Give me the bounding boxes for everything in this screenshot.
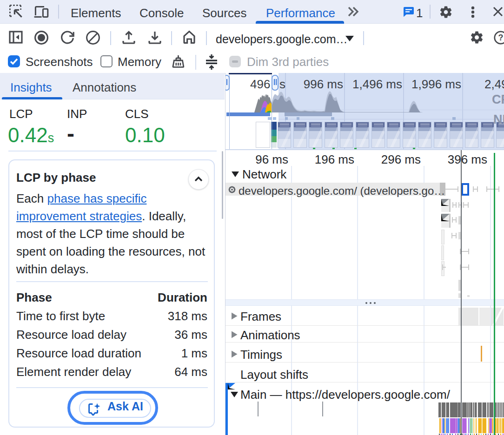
svg-text:?: ? (498, 33, 504, 42)
